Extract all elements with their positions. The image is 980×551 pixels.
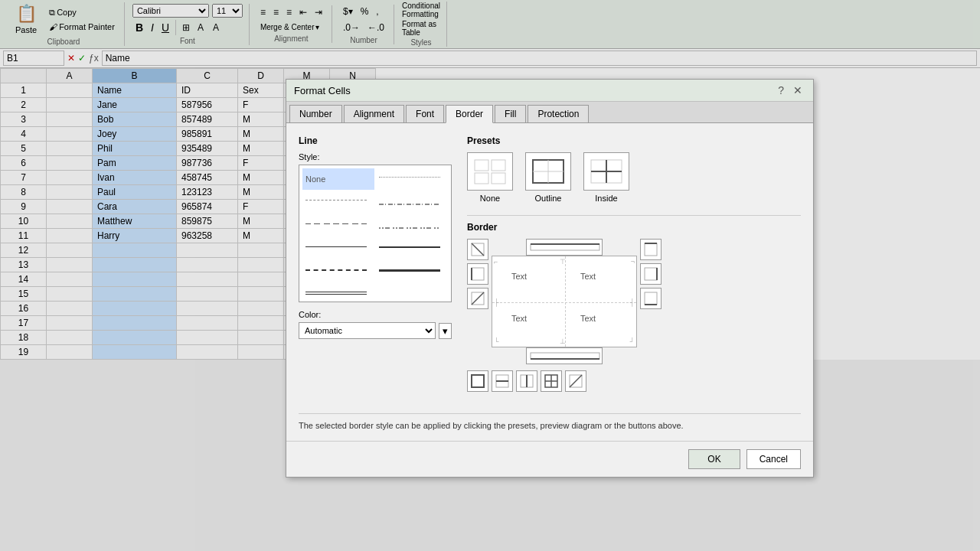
border-preview-area: ⌐ ⊤ ¬ ├ ┤ └ ⊥ ┘ Text Text Text xyxy=(492,239,637,360)
color-label: Color: xyxy=(299,310,452,319)
line-style-dashed-med[interactable] xyxy=(302,215,374,236)
preview-text-botright: Text xyxy=(580,314,596,323)
tab-protection[interactable]: Protection xyxy=(528,105,589,122)
border-top-right-button[interactable] xyxy=(640,239,662,260)
svg-rect-2 xyxy=(475,173,488,184)
dialog-overlay: Format Cells ? ✕ Number Alignment Font B… xyxy=(0,0,980,360)
border-bottom-right-button[interactable] xyxy=(640,288,662,309)
tab-number[interactable]: Number xyxy=(289,105,342,122)
svg-rect-1 xyxy=(492,160,505,171)
border-diag-topleft-button[interactable] xyxy=(467,239,488,260)
preset-none[interactable]: None xyxy=(467,152,513,203)
border-right-btns xyxy=(640,239,662,360)
line-style-dotted-fine[interactable] xyxy=(376,168,448,190)
svg-rect-20 xyxy=(645,243,657,256)
border-bottom-icon xyxy=(527,350,602,360)
preset-none-icon xyxy=(471,156,509,187)
preset-none-label: None xyxy=(480,194,500,203)
preset-inside-icon xyxy=(587,156,626,187)
preset-outline-icon xyxy=(529,156,567,187)
style-label: Style: xyxy=(299,152,452,161)
preset-outline[interactable]: Outline xyxy=(525,152,571,203)
line-style-solid-med[interactable] xyxy=(376,238,448,259)
preset-outline-label: Outline xyxy=(535,194,562,203)
border-bottom-left-button[interactable] xyxy=(467,288,488,309)
border-bottom-left-icon xyxy=(470,291,485,306)
presets-border-panel: Presets None xyxy=(467,135,801,360)
line-style-dot-dash[interactable] xyxy=(376,191,448,213)
preset-outline-box xyxy=(525,152,571,191)
dialog-tabs: Number Alignment Font Border Fill Protec… xyxy=(286,102,813,123)
svg-rect-0 xyxy=(475,160,488,171)
svg-line-11 xyxy=(472,243,484,256)
svg-rect-3 xyxy=(492,173,505,184)
preview-text-topright: Text xyxy=(580,272,596,281)
border-bottom-right-icon xyxy=(643,291,658,306)
line-style-double[interactable] xyxy=(302,285,374,298)
svg-rect-16 xyxy=(531,244,599,250)
svg-rect-12 xyxy=(472,268,484,280)
border-right-icon xyxy=(643,266,658,282)
border-bottom-button[interactable] xyxy=(526,347,603,360)
dialog-title: Format Cells xyxy=(294,85,351,96)
line-style-none[interactable]: None xyxy=(302,168,374,190)
color-dropdown-button[interactable]: ▾ xyxy=(439,323,452,339)
dialog-close-button[interactable]: ✕ xyxy=(790,84,805,96)
color-select[interactable]: Automatic xyxy=(299,322,436,339)
border-left-icon xyxy=(470,266,485,282)
border-top-button[interactable] xyxy=(526,239,603,256)
svg-rect-18 xyxy=(531,353,599,359)
dialog-help-button[interactable]: ? xyxy=(775,84,787,96)
border-section-title: Border xyxy=(467,215,801,233)
border-preview-box[interactable]: ⌐ ⊤ ¬ ├ ┤ └ ⊥ ┘ Text Text Text xyxy=(492,256,637,347)
border-area: ⌐ ⊤ ¬ ├ ┤ └ ⊥ ┘ Text Text Text xyxy=(467,239,801,360)
line-style-solid-thick[interactable] xyxy=(376,261,448,282)
preset-inside-label: Inside xyxy=(595,194,617,203)
tab-alignment[interactable]: Alignment xyxy=(344,105,404,122)
tab-border[interactable]: Border xyxy=(446,105,493,123)
presets-row: None Outline xyxy=(467,152,801,203)
border-diag-topleft-icon xyxy=(470,242,485,257)
border-left-btns xyxy=(467,239,488,360)
preview-text-botleft: Text xyxy=(511,314,527,323)
preset-inside-box xyxy=(583,152,629,191)
line-section-title: Line xyxy=(299,135,452,146)
line-style-dashed-fine[interactable] xyxy=(302,191,374,213)
svg-line-15 xyxy=(472,292,484,305)
border-left-button[interactable] xyxy=(467,263,488,285)
svg-rect-22 xyxy=(645,268,657,280)
color-section: Color: Automatic ▾ xyxy=(299,310,452,339)
tab-fill[interactable]: Fill xyxy=(495,105,526,122)
line-style-dot-dot-dash[interactable] xyxy=(376,215,448,236)
border-top-right-icon xyxy=(643,242,658,257)
dialog-content: Line Style: None xyxy=(286,123,813,360)
svg-rect-24 xyxy=(645,292,657,305)
line-panel: Line Style: None xyxy=(299,135,452,360)
preset-none-box xyxy=(467,152,513,191)
preview-text-topleft: Text xyxy=(511,272,527,281)
format-cells-dialog: Format Cells ? ✕ Number Alignment Font B… xyxy=(286,79,814,360)
border-right-button[interactable] xyxy=(640,263,662,285)
preset-inside[interactable]: Inside xyxy=(583,152,629,203)
presets-title: Presets xyxy=(467,135,801,146)
line-style-solid-thin[interactable] xyxy=(302,238,374,259)
border-top-icon xyxy=(527,241,602,253)
line-styles-list: None xyxy=(299,165,452,302)
dialog-titlebar: Format Cells ? ✕ xyxy=(286,80,813,102)
tab-font[interactable]: Font xyxy=(406,105,444,122)
line-style-dashed-thick[interactable] xyxy=(302,261,374,282)
